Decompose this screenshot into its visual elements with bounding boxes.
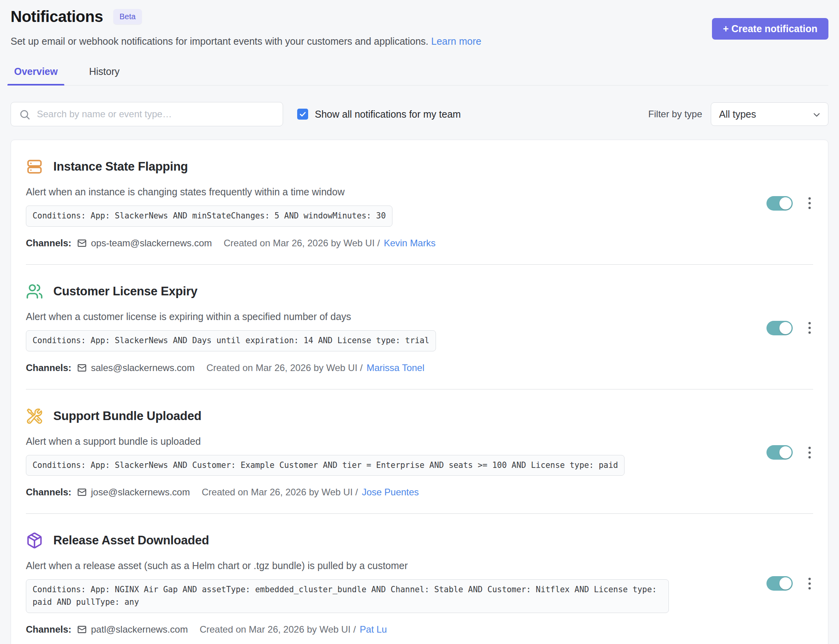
page-subtitle: Set up email or webhook notifications fo… [11,36,481,47]
channels-label: Channels: [26,362,71,373]
kebab-menu-button[interactable] [806,320,813,336]
conditions-badge: Conditions: App: SlackerNews AND Days un… [26,330,436,351]
created-text: Created on Mar 26, 2026 by Web UI / [223,238,380,249]
created-text: Created on Mar 26, 2026 by Web UI / [206,362,362,373]
kebab-menu-button[interactable] [806,575,813,592]
team-checkbox-label[interactable]: Show all notifications for my team [315,109,461,120]
enable-toggle[interactable] [766,196,793,211]
created-text: Created on Mar 26, 2026 by Web UI / [200,624,356,635]
kebab-menu-button[interactable] [806,195,813,211]
toggle-knob [779,446,792,458]
conditions-badge: Conditions: App: NGINX Air Gap AND asset… [26,579,669,613]
mail-icon [77,624,87,635]
tab-history[interactable]: History [86,64,123,85]
channels-line: Channels: ops-team@slackernews.com Creat… [26,238,755,249]
notification-card-support-bundle-uploaded: Support Bundle Uploaded Alert when a sup… [11,389,828,514]
mail-icon [77,238,87,248]
type-filter-select[interactable]: All types [711,102,828,126]
enable-toggle[interactable] [766,321,793,335]
channels-label: Channels: [26,624,71,635]
tab-overview[interactable]: Overview [11,64,61,85]
notifications-page: Notifications Beta Set up email or webho… [0,0,839,644]
notification-title: Customer License Expiry [53,284,198,298]
channel-email: sales@slackernews.com [91,362,194,373]
type-filter-value: All types [719,109,756,120]
created-by-link[interactable]: Jose Puentes [362,487,419,498]
mail-icon [77,487,87,497]
channels-label: Channels: [26,487,71,498]
filter-by-type-group: Filter by type All types [648,102,828,126]
notification-title: Release Asset Downloaded [53,533,209,548]
toggle-knob [779,577,792,589]
channels-label: Channels: [26,238,71,249]
search-icon [19,109,31,120]
enable-toggle[interactable] [766,445,793,460]
team-checkbox-group[interactable]: Show all notifications for my team [297,109,461,120]
toggle-knob [779,197,792,209]
notifications-list: Instance State Flapping Alert when an in… [11,140,828,644]
page-title: Notifications [11,8,103,25]
notification-description: Alert when a release asset (such as a He… [26,560,755,571]
server-icon [26,158,43,175]
search-box [11,102,283,126]
channel-email: patl@slackernews.com [91,624,188,635]
enable-toggle[interactable] [766,576,793,591]
tab-bar: Overview History [11,64,828,86]
channel-email: jose@slackernews.com [91,487,190,498]
users-icon [26,283,43,300]
conditions-badge: Conditions: App: SlackerNews AND Custome… [26,455,625,476]
created-text: Created on Mar 26, 2026 by Web UI / [202,487,358,498]
notification-title: Instance State Flapping [53,160,188,174]
channel-email: ops-team@slackernews.com [91,238,212,249]
kebab-menu-button[interactable] [806,444,813,461]
learn-more-link[interactable]: Learn more [431,36,481,47]
created-by-link[interactable]: Pat Lu [360,624,387,635]
search-input[interactable] [11,102,283,126]
chevron-down-icon [812,110,822,120]
toggle-knob [779,322,792,334]
filter-controls: Show all notifications for my team Filte… [11,102,828,126]
notification-card-instance-state-flapping: Instance State Flapping Alert when an in… [11,140,828,264]
conditions-badge: Conditions: App: SlackerNews AND minStat… [26,206,392,227]
beta-badge: Beta [113,9,142,24]
mail-icon [77,363,87,373]
notification-title: Support Bundle Uploaded [53,409,202,423]
notification-description: Alert when an instance is changing state… [26,186,755,198]
team-checkbox[interactable] [297,109,308,120]
check-icon [299,110,307,118]
created-by-link[interactable]: Kevin Marks [384,238,436,249]
subtitle-text: Set up email or webhook notifications fo… [11,36,429,47]
notification-card-customer-license-expiry: Customer License Expiry Alert when a cus… [11,265,828,389]
notification-card-release-asset-downloaded: Release Asset Downloaded Alert when a re… [11,514,828,644]
channels-line: Channels: sales@slackernews.com Created … [26,362,755,373]
filter-by-type-label: Filter by type [648,109,702,120]
page-header: Notifications Beta Set up email or webho… [11,5,828,47]
tools-icon [26,408,43,425]
package-icon [26,532,43,549]
channels-line: Channels: patl@slackernews.com Created o… [26,624,755,635]
created-by-link[interactable]: Marissa Tonel [367,362,425,373]
create-notification-button[interactable]: + Create notification [712,18,828,40]
notification-description: Alert when a support bundle is uploaded [26,436,755,447]
channels-line: Channels: jose@slackernews.com Created o… [26,487,755,498]
notification-description: Alert when a customer license is expirin… [26,311,755,322]
